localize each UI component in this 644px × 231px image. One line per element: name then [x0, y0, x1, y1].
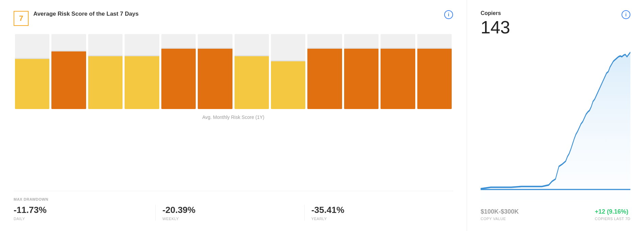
drawdown-period-0: DAILY — [14, 217, 148, 221]
bar-fill-11 — [417, 49, 452, 109]
bar-top-3 — [125, 34, 159, 55]
bar-fill-9 — [344, 49, 379, 109]
drawdown-item-1: -20.39% WEEKLY — [155, 205, 304, 221]
copiers-count: 143 — [481, 18, 510, 37]
copy-value-stat: $100K-$300K COPY VALUE — [481, 208, 519, 221]
bar-col-1 — [51, 34, 86, 109]
bar-top-5 — [198, 34, 232, 48]
bar-top-4 — [161, 34, 196, 48]
bar-col-11 — [417, 34, 452, 109]
bar-fill-5 — [198, 49, 232, 109]
score-badge: 7 — [14, 11, 29, 26]
bottom-stats: $100K-$300K COPY VALUE +12 (9.16%) COPIE… — [481, 208, 630, 221]
bar-top-8 — [307, 34, 342, 48]
left-header: 7 Average Risk Score of the Last 7 Days … — [14, 10, 453, 26]
bar-fill-7 — [271, 61, 305, 109]
copy-value-label: COPY VALUE — [481, 217, 519, 221]
info-icon-right[interactable]: i — [622, 10, 630, 19]
bar-col-6 — [235, 34, 269, 109]
bar-col-2 — [88, 34, 123, 109]
copiers-chart — [481, 51, 630, 200]
bar-fill-6 — [235, 56, 269, 109]
bar-top-10 — [381, 34, 415, 48]
title-group: 7 Average Risk Score of the Last 7 Days — [14, 10, 139, 26]
bar-col-8 — [307, 34, 342, 109]
risk-chart-area: Avg. Monthly Risk Score (1Y) — [14, 34, 453, 184]
info-icon-left[interactable]: i — [444, 10, 453, 19]
bar-col-9 — [344, 34, 379, 109]
copiers-last7d-stat: +12 (9.16%) COPIERS LAST 7D — [595, 208, 631, 221]
drawdown-value-1: -20.39% — [162, 205, 297, 215]
copiers-last7d-label: COPIERS LAST 7D — [595, 217, 631, 221]
drawdown-section: MAX DRAWDOWN -11.73% DAILY -20.39% WEEKL… — [14, 191, 453, 221]
copy-value: $100K-$300K — [481, 208, 519, 215]
bar-col-3 — [125, 34, 159, 109]
drawdown-value-2: -35.41% — [311, 205, 446, 215]
panel-title: Average Risk Score of the Last 7 Days — [33, 10, 139, 18]
bar-fill-10 — [381, 49, 415, 109]
drawdown-period-2: YEARLY — [311, 217, 446, 221]
chart-label: Avg. Monthly Risk Score (1Y) — [14, 114, 453, 120]
bar-top-6 — [235, 34, 269, 55]
right-header: Copiers 143 i — [481, 10, 630, 43]
bar-fill-8 — [307, 49, 342, 109]
bar-fill-0 — [15, 59, 49, 109]
copiers-label: Copiers 143 — [481, 10, 510, 43]
copiers-last7d-value: +12 (9.16%) — [595, 208, 631, 215]
bar-fill-4 — [161, 49, 196, 109]
drawdown-period-1: WEEKLY — [162, 217, 297, 221]
bar-fill-2 — [88, 56, 123, 109]
bar-fill-3 — [125, 56, 159, 109]
bar-top-1 — [51, 34, 86, 50]
bar-top-11 — [417, 34, 452, 48]
bar-top-7 — [271, 34, 305, 60]
drawdown-values: -11.73% DAILY -20.39% WEEKLY -35.41% YEA… — [14, 205, 453, 221]
bar-top-0 — [15, 34, 49, 58]
left-panel: 7 Average Risk Score of the Last 7 Days … — [0, 0, 467, 231]
bar-col-0 — [15, 34, 49, 109]
drawdown-value-0: -11.73% — [14, 205, 148, 215]
right-panel: Copiers 143 i $100K-$300K COPY VALUE — [467, 0, 644, 231]
bar-col-7 — [271, 34, 305, 109]
drawdown-section-label: MAX DRAWDOWN — [14, 197, 453, 201]
bar-col-10 — [381, 34, 415, 109]
bar-col-5 — [198, 34, 232, 109]
copiers-title: Copiers — [481, 10, 510, 16]
bar-chart — [14, 34, 453, 109]
bar-top-2 — [88, 34, 123, 55]
drawdown-item-0: -11.73% DAILY — [14, 205, 155, 221]
bar-top-9 — [344, 34, 379, 48]
bar-fill-1 — [51, 51, 86, 109]
drawdown-item-2: -35.41% YEARLY — [304, 205, 453, 221]
bar-col-4 — [161, 34, 196, 109]
